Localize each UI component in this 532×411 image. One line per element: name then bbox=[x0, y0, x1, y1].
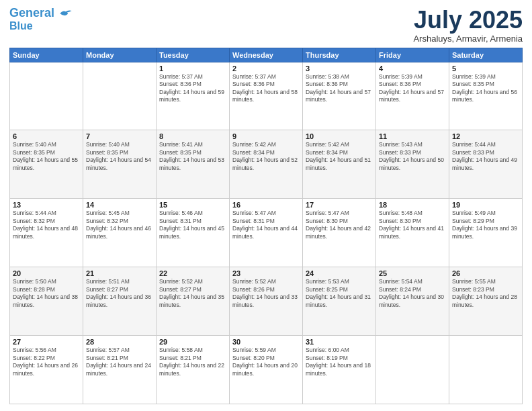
calendar-cell: 3Sunrise: 5:38 AMSunset: 8:36 PMDaylight… bbox=[303, 62, 376, 130]
calendar-cell: 6Sunrise: 5:40 AMSunset: 8:35 PMDaylight… bbox=[10, 130, 83, 199]
page: General Blue July 2025 Arshaluys, Armavi… bbox=[0, 0, 532, 411]
day-number: 29 bbox=[159, 338, 226, 346]
day-info: Sunrise: 5:41 AMSunset: 8:35 PMDaylight:… bbox=[159, 141, 226, 172]
calendar-week-1: 1Sunrise: 5:37 AMSunset: 8:36 PMDaylight… bbox=[10, 62, 523, 130]
calendar-cell bbox=[10, 62, 83, 130]
day-number: 21 bbox=[86, 269, 153, 277]
day-info: Sunrise: 5:37 AMSunset: 8:36 PMDaylight:… bbox=[232, 73, 300, 104]
day-info: Sunrise: 5:53 AMSunset: 8:25 PMDaylight:… bbox=[306, 278, 373, 309]
day-info: Sunrise: 5:40 AMSunset: 8:35 PMDaylight:… bbox=[86, 141, 153, 172]
calendar-cell: 11Sunrise: 5:43 AMSunset: 8:33 PMDayligh… bbox=[376, 130, 449, 199]
day-number: 3 bbox=[306, 64, 373, 73]
day-number: 4 bbox=[379, 64, 446, 73]
calendar-cell: 26Sunrise: 5:55 AMSunset: 8:23 PMDayligh… bbox=[449, 267, 523, 336]
calendar-cell: 23Sunrise: 5:52 AMSunset: 8:26 PMDayligh… bbox=[230, 267, 303, 336]
day-info: Sunrise: 5:56 AMSunset: 8:22 PMDaylight:… bbox=[13, 347, 80, 377]
calendar-header-sunday: Sunday bbox=[10, 48, 83, 62]
day-info: Sunrise: 5:44 AMSunset: 8:33 PMDaylight:… bbox=[452, 141, 519, 172]
title-block: July 2025 Arshaluys, Armavir, Armenia bbox=[413, 7, 523, 44]
day-info: Sunrise: 5:55 AMSunset: 8:23 PMDaylight:… bbox=[452, 278, 519, 309]
calendar-cell: 20Sunrise: 5:50 AMSunset: 8:28 PMDayligh… bbox=[10, 267, 83, 336]
calendar-week-3: 13Sunrise: 5:44 AMSunset: 8:32 PMDayligh… bbox=[10, 199, 523, 267]
day-info: Sunrise: 5:59 AMSunset: 8:20 PMDaylight:… bbox=[232, 347, 300, 377]
calendar-table: SundayMondayTuesdayWednesdayThursdayFrid… bbox=[9, 48, 523, 404]
day-number: 22 bbox=[159, 269, 226, 277]
day-number: 15 bbox=[159, 201, 226, 209]
day-number: 14 bbox=[86, 201, 153, 209]
header: General Blue July 2025 Arshaluys, Armavi… bbox=[9, 7, 523, 44]
day-number: 18 bbox=[379, 201, 446, 209]
calendar-cell: 4Sunrise: 5:39 AMSunset: 8:36 PMDaylight… bbox=[376, 62, 449, 130]
day-info: Sunrise: 5:51 AMSunset: 8:27 PMDaylight:… bbox=[86, 278, 153, 309]
calendar-cell: 31Sunrise: 6:00 AMSunset: 8:19 PMDayligh… bbox=[303, 336, 376, 404]
calendar-cell: 27Sunrise: 5:56 AMSunset: 8:22 PMDayligh… bbox=[10, 336, 83, 404]
calendar-cell: 10Sunrise: 5:42 AMSunset: 8:34 PMDayligh… bbox=[303, 130, 376, 199]
day-info: Sunrise: 5:44 AMSunset: 8:32 PMDaylight:… bbox=[13, 210, 80, 240]
day-number: 6 bbox=[13, 132, 80, 140]
calendar-cell: 29Sunrise: 5:58 AMSunset: 8:21 PMDayligh… bbox=[157, 336, 230, 404]
day-number: 26 bbox=[452, 269, 519, 277]
day-info: Sunrise: 5:46 AMSunset: 8:31 PMDaylight:… bbox=[159, 210, 226, 240]
day-number: 9 bbox=[232, 132, 300, 140]
calendar-header-tuesday: Tuesday bbox=[157, 48, 230, 62]
calendar-cell: 21Sunrise: 5:51 AMSunset: 8:27 PMDayligh… bbox=[83, 267, 157, 336]
subtitle: Arshaluys, Armavir, Armenia bbox=[413, 34, 523, 44]
day-info: Sunrise: 5:50 AMSunset: 8:28 PMDaylight:… bbox=[13, 278, 80, 309]
day-number: 8 bbox=[159, 132, 226, 140]
day-info: Sunrise: 5:39 AMSunset: 8:36 PMDaylight:… bbox=[379, 73, 446, 104]
calendar-header-saturday: Saturday bbox=[449, 48, 523, 62]
calendar-header-monday: Monday bbox=[83, 48, 157, 62]
day-info: Sunrise: 5:43 AMSunset: 8:33 PMDaylight:… bbox=[379, 141, 446, 172]
calendar-cell: 5Sunrise: 5:39 AMSunset: 8:35 PMDaylight… bbox=[449, 62, 523, 130]
calendar-cell bbox=[376, 336, 449, 404]
day-info: Sunrise: 5:40 AMSunset: 8:35 PMDaylight:… bbox=[13, 141, 80, 172]
logo-bird-icon bbox=[59, 9, 73, 18]
calendar-cell: 30Sunrise: 5:59 AMSunset: 8:20 PMDayligh… bbox=[230, 336, 303, 404]
day-info: Sunrise: 5:52 AMSunset: 8:26 PMDaylight:… bbox=[232, 278, 300, 309]
day-info: Sunrise: 5:47 AMSunset: 8:31 PMDaylight:… bbox=[232, 210, 300, 240]
calendar-header-row: SundayMondayTuesdayWednesdayThursdayFrid… bbox=[10, 48, 523, 62]
calendar-cell: 1Sunrise: 5:37 AMSunset: 8:36 PMDaylight… bbox=[157, 62, 230, 130]
calendar-cell bbox=[449, 336, 523, 404]
month-title: July 2025 bbox=[413, 7, 523, 34]
day-info: Sunrise: 5:45 AMSunset: 8:32 PMDaylight:… bbox=[86, 210, 153, 240]
logo-text: General bbox=[9, 7, 73, 20]
day-number: 19 bbox=[452, 201, 519, 209]
day-number: 1 bbox=[159, 64, 226, 73]
calendar-cell: 15Sunrise: 5:46 AMSunset: 8:31 PMDayligh… bbox=[157, 199, 230, 267]
calendar-cell: 19Sunrise: 5:49 AMSunset: 8:29 PMDayligh… bbox=[449, 199, 523, 267]
calendar-cell: 17Sunrise: 5:47 AMSunset: 8:30 PMDayligh… bbox=[303, 199, 376, 267]
calendar-cell: 25Sunrise: 5:54 AMSunset: 8:24 PMDayligh… bbox=[376, 267, 449, 336]
day-info: Sunrise: 5:38 AMSunset: 8:36 PMDaylight:… bbox=[306, 73, 373, 104]
day-number: 31 bbox=[306, 338, 373, 346]
logo-general: General bbox=[9, 6, 54, 19]
logo: General Blue bbox=[9, 7, 73, 32]
day-number: 12 bbox=[452, 132, 519, 140]
day-info: Sunrise: 5:48 AMSunset: 8:30 PMDaylight:… bbox=[379, 210, 446, 240]
day-number: 17 bbox=[306, 201, 373, 209]
day-info: Sunrise: 5:52 AMSunset: 8:27 PMDaylight:… bbox=[159, 278, 226, 309]
logo-blue: Blue bbox=[9, 20, 33, 32]
calendar-cell: 16Sunrise: 5:47 AMSunset: 8:31 PMDayligh… bbox=[230, 199, 303, 267]
day-info: Sunrise: 5:47 AMSunset: 8:30 PMDaylight:… bbox=[306, 210, 373, 240]
calendar-cell: 2Sunrise: 5:37 AMSunset: 8:36 PMDaylight… bbox=[230, 62, 303, 130]
calendar-header-friday: Friday bbox=[376, 48, 449, 62]
calendar-cell: 24Sunrise: 5:53 AMSunset: 8:25 PMDayligh… bbox=[303, 267, 376, 336]
day-number: 27 bbox=[13, 338, 80, 346]
calendar-cell: 9Sunrise: 5:42 AMSunset: 8:34 PMDaylight… bbox=[230, 130, 303, 199]
day-number: 20 bbox=[13, 269, 80, 277]
day-number: 7 bbox=[86, 132, 153, 140]
day-number: 13 bbox=[13, 201, 80, 209]
calendar-cell: 28Sunrise: 5:57 AMSunset: 8:21 PMDayligh… bbox=[83, 336, 157, 404]
calendar-week-5: 27Sunrise: 5:56 AMSunset: 8:22 PMDayligh… bbox=[10, 336, 523, 404]
day-info: Sunrise: 5:39 AMSunset: 8:35 PMDaylight:… bbox=[452, 73, 519, 104]
calendar-cell: 13Sunrise: 5:44 AMSunset: 8:32 PMDayligh… bbox=[10, 199, 83, 267]
day-info: Sunrise: 5:42 AMSunset: 8:34 PMDaylight:… bbox=[306, 141, 373, 172]
day-number: 28 bbox=[86, 338, 153, 346]
day-info: Sunrise: 5:49 AMSunset: 8:29 PMDaylight:… bbox=[452, 210, 519, 240]
day-number: 30 bbox=[232, 338, 300, 346]
calendar-week-2: 6Sunrise: 5:40 AMSunset: 8:35 PMDaylight… bbox=[10, 130, 523, 199]
calendar-cell bbox=[83, 62, 157, 130]
day-info: Sunrise: 5:42 AMSunset: 8:34 PMDaylight:… bbox=[232, 141, 300, 172]
calendar-week-4: 20Sunrise: 5:50 AMSunset: 8:28 PMDayligh… bbox=[10, 267, 523, 336]
